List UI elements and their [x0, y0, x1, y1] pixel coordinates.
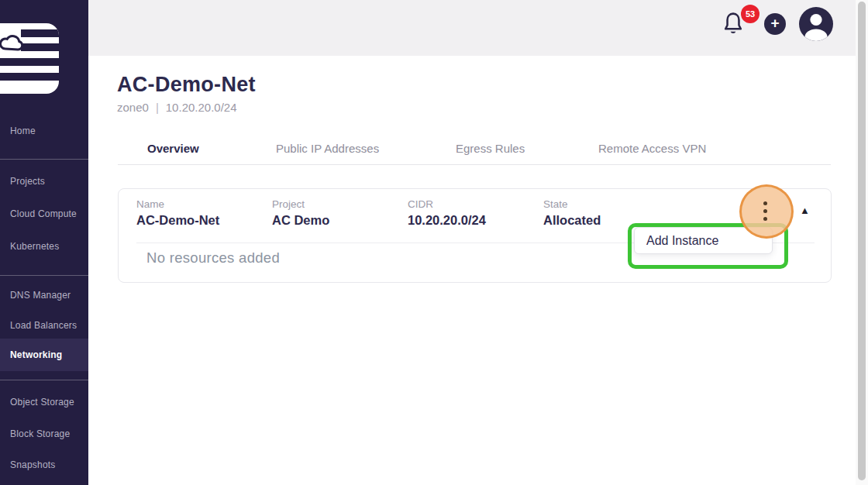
sidebar: Home Projects Cloud Compute Kubernetes D… [0, 0, 88, 485]
field-value: AC Demo [272, 213, 329, 228]
sidebar-item-home[interactable]: Home [0, 125, 88, 137]
page-subtitle: zone0|10.20.20.0/24 [117, 101, 237, 114]
menu-item-add-instance[interactable]: Add Instance [635, 228, 772, 253]
scrollbar-track [856, 0, 868, 485]
tab-egress-rules[interactable]: Egress Rules [456, 142, 525, 155]
user-avatar-icon[interactable] [799, 7, 833, 41]
sidebar-item-networking[interactable]: Networking [0, 349, 88, 361]
zone-label: zone0 [117, 101, 149, 114]
scrollbar-thumb[interactable] [858, 2, 866, 480]
sidebar-divider [0, 159, 88, 160]
sidebar-item-dns-manager[interactable]: DNS Manager [0, 289, 88, 301]
field-value: 10.20.20.0/24 [408, 213, 486, 228]
field-value: Allocated [543, 213, 601, 228]
app-window: 53 + [0, 0, 868, 485]
sidebar-item-projects[interactable]: Projects [0, 175, 88, 187]
collapse-arrow-icon[interactable]: ▲ [800, 205, 810, 216]
sidebar-item-block-storage[interactable]: Block Storage [0, 428, 88, 440]
cidr-label: 10.20.20.0/24 [166, 101, 237, 114]
field-cidr: CIDR 10.20.20.0/24 [408, 198, 486, 228]
field-label: Project [272, 198, 329, 210]
context-menu: Add Instance [634, 227, 773, 254]
kebab-menu-icon[interactable] [763, 201, 768, 225]
tabs-divider [118, 164, 831, 165]
tab-public-ip-addresses[interactable]: Public IP Addresses [276, 142, 379, 155]
field-name: Name AC-Demo-Net [136, 198, 219, 228]
page-title: AC-Demo-Net [117, 73, 256, 97]
sidebar-item-object-storage[interactable]: Object Storage [0, 396, 88, 408]
field-value: AC-Demo-Net [136, 213, 219, 228]
sidebar-divider [0, 275, 88, 276]
tab-remote-access-vpn[interactable]: Remote Access VPN [598, 142, 706, 155]
top-bar: 53 + [88, 0, 856, 56]
field-label: State [543, 198, 601, 210]
sidebar-item-cloud-compute[interactable]: Cloud Compute [0, 208, 88, 220]
field-state: State Allocated [543, 198, 601, 228]
field-project: Project AC Demo [272, 198, 329, 228]
empty-resources-message: No resources added [146, 249, 280, 267]
subtitle-separator: | [156, 101, 159, 114]
sidebar-item-snapshots[interactable]: Snapshots [0, 459, 88, 471]
tab-overview[interactable]: Overview [147, 142, 199, 155]
sidebar-item-load-balancers[interactable]: Load Balancers [0, 319, 88, 332]
sidebar-divider [0, 380, 88, 380]
cloud-flag-logo [0, 23, 59, 97]
field-label: CIDR [408, 198, 486, 210]
sidebar-item-kubernetes[interactable]: Kubernetes [0, 240, 88, 253]
notification-badge: 53 [741, 5, 760, 23]
plus-icon[interactable]: + [764, 13, 786, 35]
field-label: Name [136, 198, 219, 210]
